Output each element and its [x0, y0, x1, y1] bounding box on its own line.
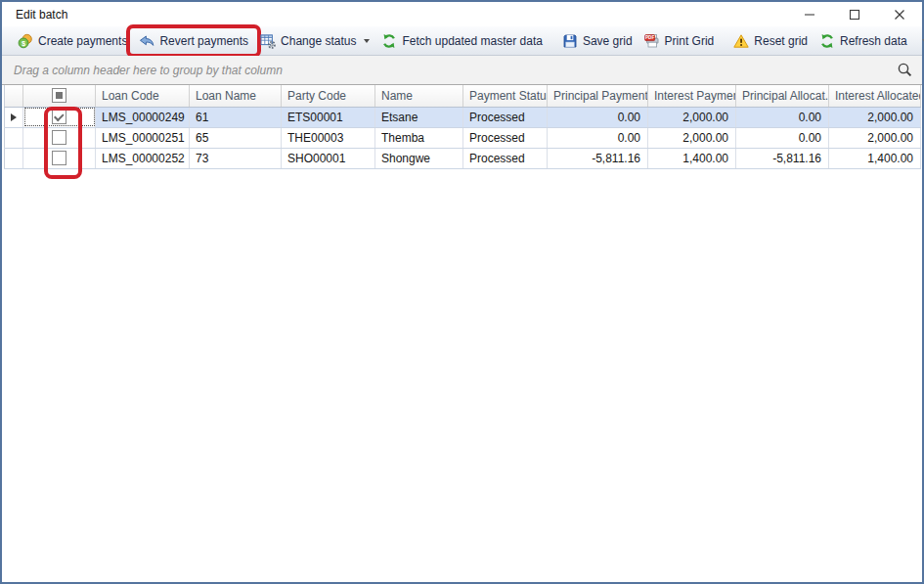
print-grid-button[interactable]: PDF Print Grid	[638, 29, 721, 53]
cell-interest-payment[interactable]: 2,000.00	[648, 107, 736, 127]
cell-party-code[interactable]: ETS00001	[282, 107, 375, 127]
cell-loan-name[interactable]: 61	[190, 107, 282, 127]
window-controls	[787, 2, 922, 26]
cell-principal-allocated[interactable]: -5,811.16	[736, 148, 829, 168]
row-checkbox[interactable]	[52, 151, 66, 165]
row-indicator-cell	[5, 107, 23, 127]
fetch-updated-master-data-label: Fetch updated master data	[402, 34, 542, 48]
refresh-data-label: Refresh data	[840, 34, 907, 48]
column-header-principal-payment[interactable]: Principal Payment	[548, 85, 648, 107]
title-bar: Edit batch	[2, 2, 922, 26]
warning-icon	[733, 33, 749, 49]
cell-interest-payment[interactable]: 2,000.00	[648, 127, 736, 148]
cell-principal-payment[interactable]: 0.00	[548, 127, 648, 148]
cell-payment-status[interactable]: Processed	[463, 107, 548, 127]
table-row[interactable]: LMS_00000252 73 SHO00001 Shongwe Process…	[5, 148, 921, 168]
create-payments-button[interactable]: $ Create payments	[12, 29, 133, 53]
fetch-updated-master-data-button[interactable]: Fetch updated master data	[375, 29, 548, 53]
select-all-checkbox[interactable]	[52, 88, 66, 103]
row-indicator-cell	[5, 127, 23, 148]
save-grid-button[interactable]: Save grid	[556, 29, 638, 53]
cell-principal-allocated[interactable]: 0.00	[736, 127, 829, 148]
save-grid-label: Save grid	[583, 34, 633, 48]
column-header-interest-allocated[interactable]: Interest Allocated	[829, 85, 921, 107]
change-status-button[interactable]: Change status	[254, 29, 375, 53]
cell-loan-code[interactable]: LMS_00000252	[96, 148, 190, 168]
cell-principal-payment[interactable]: -5,811.16	[548, 148, 648, 168]
cell-loan-code[interactable]: LMS_00000251	[96, 127, 190, 148]
row-checkbox[interactable]	[52, 110, 66, 124]
minimize-button[interactable]	[787, 2, 832, 26]
close-icon	[894, 9, 905, 21]
row-indicator-header	[5, 85, 23, 107]
printer-pdf-icon: PDF	[644, 33, 660, 49]
cell-interest-payment[interactable]: 1,400.00	[648, 148, 736, 168]
cell-name[interactable]: Shongwe	[375, 148, 463, 168]
refresh-icon	[819, 33, 835, 49]
edit-batch-window: Edit batch $ Create payments	[0, 0, 924, 584]
column-header-principal-allocated[interactable]: Principal Allocat...	[736, 85, 829, 107]
change-status-caret-icon	[364, 39, 370, 43]
create-payments-label: Create payments	[38, 34, 127, 48]
row-select-checkbox-cell[interactable]	[23, 148, 96, 168]
print-grid-label: Print Grid	[665, 34, 715, 48]
row-select-checkbox-cell[interactable]	[23, 107, 96, 127]
row-checkbox[interactable]	[52, 130, 66, 145]
coins-icon: $	[18, 33, 33, 49]
cell-payment-status[interactable]: Processed	[463, 127, 548, 148]
refresh-icon	[381, 33, 397, 49]
reset-grid-button[interactable]: Reset grid	[727, 29, 814, 53]
cell-loan-name[interactable]: 65	[190, 127, 282, 148]
reset-grid-label: Reset grid	[754, 34, 808, 48]
refresh-data-button[interactable]: Refresh data	[814, 29, 924, 53]
search-button[interactable]	[897, 62, 913, 82]
column-header-party-code[interactable]: Party Code	[282, 85, 375, 107]
cell-party-code[interactable]: SHO00001	[282, 148, 375, 168]
cell-payment-status[interactable]: Processed	[463, 148, 548, 168]
maximize-button[interactable]	[832, 2, 877, 26]
toolbar: $ Create payments Revert payments Cha	[2, 26, 922, 56]
magnifier-icon	[897, 62, 913, 78]
minimize-icon	[804, 9, 815, 21]
maximize-icon	[849, 9, 860, 21]
select-all-header[interactable]	[23, 85, 96, 107]
cell-loan-name[interactable]: 73	[190, 148, 282, 168]
column-header-loan-code[interactable]: Loan Code	[96, 85, 190, 107]
undo-arrow-icon	[139, 33, 154, 49]
cell-party-code[interactable]: THE00003	[282, 127, 375, 148]
cell-principal-payment[interactable]: 0.00	[548, 107, 648, 127]
cell-name[interactable]: Etsane	[375, 107, 463, 127]
row-indicator-cell	[5, 148, 23, 168]
cell-interest-allocated[interactable]: 2,000.00	[829, 127, 921, 148]
cell-loan-code[interactable]: LMS_00000249	[96, 107, 190, 127]
column-header-interest-payment[interactable]: Interest Payment	[648, 85, 736, 107]
cell-interest-allocated[interactable]: 1,400.00	[829, 148, 921, 168]
column-header-name[interactable]: Name	[375, 85, 463, 107]
cell-name[interactable]: Themba	[375, 127, 463, 148]
grid-header-row: Loan Code Loan Name Party Code Name Paym…	[5, 85, 921, 107]
table-row[interactable]: LMS_00000249 61 ETS00001 Etsane Processe…	[5, 107, 921, 127]
window-title: Edit batch	[2, 8, 67, 22]
table-gear-icon	[260, 33, 276, 49]
revert-payments-button[interactable]: Revert payments	[133, 29, 254, 53]
close-button[interactable]	[877, 2, 922, 26]
floppy-disk-icon	[562, 33, 578, 49]
cell-interest-allocated[interactable]: 2,000.00	[829, 107, 921, 127]
column-header-loan-name[interactable]: Loan Name	[190, 85, 282, 107]
revert-payments-label: Revert payments	[159, 34, 248, 48]
cell-principal-allocated[interactable]: 0.00	[736, 107, 829, 127]
row-select-checkbox-cell[interactable]	[23, 127, 96, 148]
group-panel-text: Drag a column header here to group by th…	[14, 64, 283, 77]
svg-text:PDF: PDF	[645, 35, 654, 40]
current-row-arrow-icon	[11, 113, 17, 121]
change-status-label: Change status	[281, 34, 356, 48]
table-row[interactable]: LMS_00000251 65 THE00003 Themba Processe…	[5, 127, 921, 148]
group-by-panel[interactable]: Drag a column header here to group by th…	[2, 56, 922, 85]
column-header-payment-status[interactable]: Payment Status	[463, 85, 548, 107]
data-grid: Loan Code Loan Name Party Code Name Paym…	[2, 85, 922, 169]
